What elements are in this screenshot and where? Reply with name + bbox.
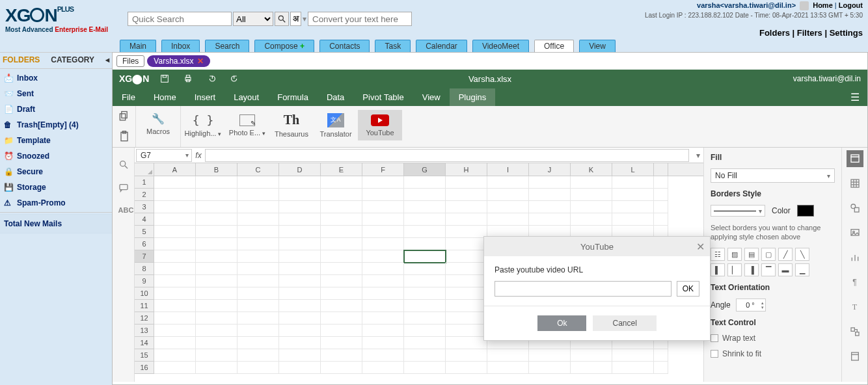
cell-C11[interactable]: [237, 300, 279, 312]
cell-C1[interactable]: [237, 176, 279, 189]
cell-E1[interactable]: [321, 176, 362, 189]
cell-B6[interactable]: [196, 238, 237, 250]
col-header-D[interactable]: D: [279, 163, 321, 176]
cell-C7[interactable]: [237, 250, 279, 263]
border-outer[interactable]: ☷: [711, 248, 725, 261]
cell-B3[interactable]: [196, 201, 237, 213]
modal-ok-button[interactable]: Ok: [537, 315, 586, 331]
cell-L3[interactable]: [612, 201, 654, 213]
select-all-corner[interactable]: [135, 163, 154, 176]
menu-file[interactable]: File: [113, 88, 144, 106]
cell-B4[interactable]: [196, 213, 237, 226]
youtube-tool[interactable]: YouTube: [358, 110, 402, 140]
save-icon[interactable]: [159, 73, 170, 84]
row-header-8[interactable]: 8: [135, 263, 154, 275]
cell-E13[interactable]: [321, 325, 362, 337]
col-header-I[interactable]: I: [487, 163, 529, 176]
cell-C8[interactable]: [237, 263, 279, 275]
cell-G11[interactable]: [404, 300, 446, 312]
cell-G12[interactable]: [404, 312, 446, 325]
cell-E16[interactable]: [321, 362, 362, 374]
border-color-picker[interactable]: [797, 205, 814, 217]
row-header-5[interactable]: 5: [135, 226, 154, 238]
macros-tool[interactable]: 🔧 Macros: [136, 110, 180, 138]
find-icon[interactable]: [118, 159, 129, 170]
rside-cell-settings-icon[interactable]: [847, 150, 863, 167]
cell-E8[interactable]: [321, 263, 362, 275]
cell-D12[interactable]: [279, 312, 321, 325]
translator-tool[interactable]: 文A Translator: [314, 110, 358, 140]
col-header-F[interactable]: F: [362, 163, 404, 176]
cell-G4[interactable]: [404, 213, 446, 226]
cell-A14[interactable]: [154, 337, 196, 349]
cell-D4[interactable]: [279, 213, 321, 226]
apptab-task[interactable]: Task: [375, 40, 411, 52]
apptab-contacts[interactable]: Contacts: [319, 40, 370, 52]
category-heading[interactable]: CATEGORY: [51, 55, 94, 64]
shrink-to-fit-checkbox[interactable]: Shrink to fit: [711, 349, 835, 358]
cell-L2[interactable]: [612, 189, 654, 201]
url-ok-button[interactable]: OK: [677, 281, 699, 297]
border-inner[interactable]: ▨: [727, 248, 742, 261]
cell-G9[interactable]: [404, 275, 446, 287]
col-header-L[interactable]: L: [612, 163, 654, 176]
cell-C16[interactable]: [237, 362, 279, 374]
paste-icon[interactable]: [118, 130, 131, 143]
cell-A8[interactable]: [154, 263, 196, 275]
cell-J1[interactable]: [529, 176, 571, 189]
row-header-14[interactable]: 14: [135, 337, 154, 349]
cell-F11[interactable]: [362, 300, 404, 312]
col-header-A[interactable]: A: [154, 163, 196, 176]
menu-data[interactable]: Data: [318, 88, 353, 106]
copy-icon[interactable]: [118, 110, 131, 123]
total-new-mails[interactable]: Total New Mails: [0, 214, 112, 233]
transliterate-icon[interactable]: अ: [290, 12, 301, 26]
cell-A11[interactable]: [154, 300, 196, 312]
cell-D15[interactable]: [279, 349, 321, 362]
border-top[interactable]: ▔: [761, 263, 776, 276]
border-none[interactable]: ▢: [761, 248, 776, 261]
row-header-13[interactable]: 13: [135, 325, 154, 337]
modal-cancel-button[interactable]: Cancel: [593, 315, 656, 331]
photo-editor-tool[interactable]: Photo E... ▾: [225, 110, 269, 140]
cell-C6[interactable]: [237, 238, 279, 250]
sidebar-item-template[interactable]: 📁Template: [0, 133, 112, 148]
modal-close-icon[interactable]: ✕: [696, 241, 705, 253]
cell-D16[interactable]: [279, 362, 321, 374]
cell-B14[interactable]: [196, 337, 237, 349]
menu-view[interactable]: View: [413, 88, 450, 106]
cell-D8[interactable]: [279, 263, 321, 275]
search-scope-select[interactable]: All: [233, 12, 273, 26]
rside-textart-icon[interactable]: T: [847, 299, 863, 315]
sidebar-item-trash[interactable]: 🗑Trash[Empty] (4): [0, 117, 112, 133]
cell-D14[interactable]: [279, 337, 321, 349]
cell-C4[interactable]: [237, 213, 279, 226]
row-header-12[interactable]: 12: [135, 312, 154, 325]
comments-icon[interactable]: [118, 183, 129, 193]
cell-B11[interactable]: [196, 300, 237, 312]
row-header-7[interactable]: 7: [135, 250, 154, 263]
cell-F8[interactable]: [362, 263, 404, 275]
cell-E2[interactable]: [321, 189, 362, 201]
cell-B5[interactable]: [196, 226, 237, 238]
cell-F10[interactable]: [362, 287, 404, 300]
menu-layout[interactable]: Layout: [224, 88, 268, 106]
row-header-6[interactable]: 6: [135, 238, 154, 250]
cell-H11[interactable]: [446, 300, 487, 312]
col-header-C[interactable]: C: [237, 163, 279, 176]
undo-icon[interactable]: [206, 73, 217, 84]
cell-J16[interactable]: [529, 362, 571, 374]
cell-G2[interactable]: [404, 189, 446, 201]
cell-A16[interactable]: [154, 362, 196, 374]
col-header-G[interactable]: G: [404, 163, 446, 176]
cell-D13[interactable]: [279, 325, 321, 337]
cell-D1[interactable]: [279, 176, 321, 189]
spellcheck-icon[interactable]: ABC: [118, 206, 129, 217]
cell-C10[interactable]: [237, 287, 279, 300]
filters-link[interactable]: Filters: [797, 28, 822, 38]
cell-G7[interactable]: [404, 250, 446, 263]
menu-pivot-table[interactable]: Pivot Table: [353, 88, 413, 106]
cell-F9[interactable]: [362, 275, 404, 287]
fx-icon[interactable]: fx: [192, 151, 205, 160]
cell-I3[interactable]: [487, 201, 529, 213]
